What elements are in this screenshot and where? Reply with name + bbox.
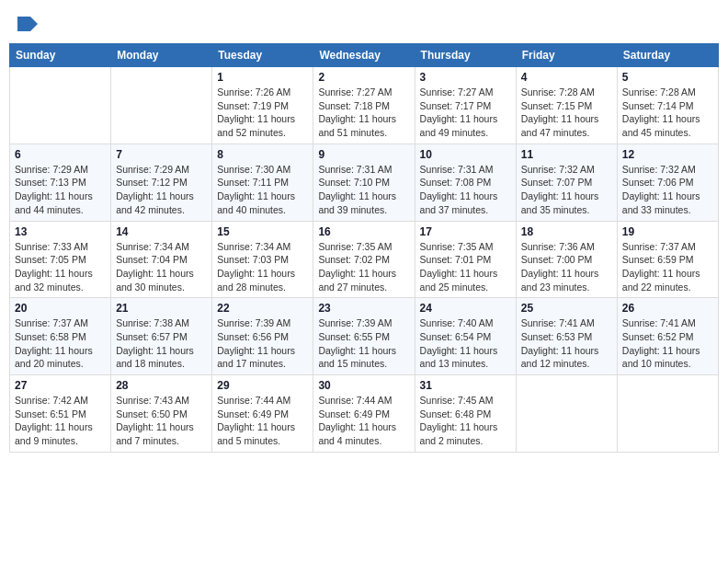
day-cell: 29Sunrise: 7:44 AMSunset: 6:49 PMDayligh… [212,375,313,453]
week-row-3: 13Sunrise: 7:33 AMSunset: 7:05 PMDayligh… [10,221,719,298]
day-number: 8 [217,148,308,161]
col-header-thursday: Thursday [415,44,516,67]
day-info: Sunrise: 7:42 AMSunset: 6:51 PMDaylight:… [15,394,106,448]
day-info: Sunrise: 7:39 AMSunset: 6:55 PMDaylight:… [318,316,409,371]
calendar-table: SundayMondayTuesdayWednesdayThursdayFrid… [9,43,719,453]
day-number: 29 [217,379,308,392]
day-cell: 20Sunrise: 7:37 AMSunset: 6:58 PMDayligh… [10,298,111,375]
day-info: Sunrise: 7:32 AMSunset: 7:06 PMDaylight:… [622,163,713,217]
day-cell: 13Sunrise: 7:33 AMSunset: 7:05 PMDayligh… [10,221,111,298]
day-number: 7 [116,148,207,161]
day-cell: 16Sunrise: 7:35 AMSunset: 7:02 PMDayligh… [313,221,415,298]
day-cell: 19Sunrise: 7:37 AMSunset: 6:59 PMDayligh… [617,221,718,298]
day-cell: 6Sunrise: 7:29 AMSunset: 7:13 PMDaylight… [10,144,111,221]
day-number: 18 [521,225,612,238]
day-number: 30 [318,379,409,392]
day-cell: 15Sunrise: 7:34 AMSunset: 7:03 PMDayligh… [212,221,313,298]
day-info: Sunrise: 7:30 AMSunset: 7:11 PMDaylight:… [217,163,308,217]
day-cell: 23Sunrise: 7:39 AMSunset: 6:55 PMDayligh… [313,298,415,375]
svg-marker-0 [17,17,38,31]
day-info: Sunrise: 7:29 AMSunset: 7:13 PMDaylight:… [15,163,106,217]
day-info: Sunrise: 7:40 AMSunset: 6:54 PMDaylight:… [420,316,511,371]
day-number: 2 [318,71,409,84]
day-cell: 9Sunrise: 7:31 AMSunset: 7:10 PMDaylight… [313,144,415,221]
day-cell: 22Sunrise: 7:39 AMSunset: 6:56 PMDayligh… [212,298,313,375]
day-number: 19 [622,225,713,238]
day-cell [516,375,617,453]
week-row-5: 27Sunrise: 7:42 AMSunset: 6:51 PMDayligh… [10,375,719,453]
day-info: Sunrise: 7:44 AMSunset: 6:49 PMDaylight:… [217,394,308,448]
day-number: 16 [318,225,409,238]
day-cell: 10Sunrise: 7:31 AMSunset: 7:08 PMDayligh… [415,144,516,221]
day-info: Sunrise: 7:27 AMSunset: 7:17 PMDaylight:… [420,86,511,140]
day-cell: 12Sunrise: 7:32 AMSunset: 7:06 PMDayligh… [617,144,718,221]
col-header-monday: Monday [111,44,212,67]
day-cell: 1Sunrise: 7:26 AMSunset: 7:19 PMDaylight… [212,67,313,144]
day-number: 24 [420,302,511,315]
day-info: Sunrise: 7:36 AMSunset: 7:00 PMDaylight:… [521,240,612,294]
day-info: Sunrise: 7:31 AMSunset: 7:08 PMDaylight:… [420,163,511,217]
day-cell: 17Sunrise: 7:35 AMSunset: 7:01 PMDayligh… [415,221,516,298]
day-number: 17 [420,225,511,238]
day-cell: 26Sunrise: 7:41 AMSunset: 6:52 PMDayligh… [617,298,718,375]
week-row-2: 6Sunrise: 7:29 AMSunset: 7:13 PMDaylight… [10,144,719,221]
day-number: 31 [420,379,511,392]
day-info: Sunrise: 7:34 AMSunset: 7:03 PMDaylight:… [217,240,308,294]
day-info: Sunrise: 7:37 AMSunset: 6:59 PMDaylight:… [622,240,713,294]
day-number: 25 [521,302,612,315]
day-cell: 8Sunrise: 7:30 AMSunset: 7:11 PMDaylight… [212,144,313,221]
logo [17,13,38,32]
day-cell: 30Sunrise: 7:44 AMSunset: 6:49 PMDayligh… [313,375,415,453]
day-cell: 14Sunrise: 7:34 AMSunset: 7:04 PMDayligh… [111,221,212,298]
day-cell: 21Sunrise: 7:38 AMSunset: 6:57 PMDayligh… [111,298,212,375]
day-cell: 27Sunrise: 7:42 AMSunset: 6:51 PMDayligh… [10,375,111,453]
day-info: Sunrise: 7:43 AMSunset: 6:50 PMDaylight:… [116,394,207,448]
day-info: Sunrise: 7:41 AMSunset: 6:52 PMDaylight:… [622,316,713,371]
day-number: 4 [521,71,612,84]
day-cell [10,67,111,144]
day-info: Sunrise: 7:41 AMSunset: 6:53 PMDaylight:… [521,316,612,371]
day-cell: 2Sunrise: 7:27 AMSunset: 7:18 PMDaylight… [313,67,415,144]
day-number: 13 [15,225,106,238]
col-header-wednesday: Wednesday [313,44,415,67]
week-row-4: 20Sunrise: 7:37 AMSunset: 6:58 PMDayligh… [10,298,719,375]
day-info: Sunrise: 7:32 AMSunset: 7:07 PMDaylight:… [521,163,612,217]
day-cell: 11Sunrise: 7:32 AMSunset: 7:07 PMDayligh… [516,144,617,221]
logo-icon [17,17,38,31]
day-number: 6 [15,148,106,161]
day-info: Sunrise: 7:27 AMSunset: 7:18 PMDaylight:… [318,86,409,140]
day-number: 9 [318,148,409,161]
day-info: Sunrise: 7:31 AMSunset: 7:10 PMDaylight:… [318,163,409,217]
day-number: 27 [15,379,106,392]
day-info: Sunrise: 7:35 AMSunset: 7:01 PMDaylight:… [420,240,511,294]
day-info: Sunrise: 7:35 AMSunset: 7:02 PMDaylight:… [318,240,409,294]
day-info: Sunrise: 7:28 AMSunset: 7:14 PMDaylight:… [622,86,713,140]
col-header-tuesday: Tuesday [212,44,313,67]
day-cell: 5Sunrise: 7:28 AMSunset: 7:14 PMDaylight… [617,67,718,144]
day-number: 22 [217,302,308,315]
day-cell: 4Sunrise: 7:28 AMSunset: 7:15 PMDaylight… [516,67,617,144]
day-number: 14 [116,225,207,238]
day-number: 1 [217,71,308,84]
day-info: Sunrise: 7:29 AMSunset: 7:12 PMDaylight:… [116,163,207,217]
day-number: 10 [420,148,511,161]
day-info: Sunrise: 7:45 AMSunset: 6:48 PMDaylight:… [420,394,511,448]
day-number: 11 [521,148,612,161]
page-header [9,9,719,36]
day-info: Sunrise: 7:44 AMSunset: 6:49 PMDaylight:… [318,394,409,448]
day-number: 28 [116,379,207,392]
day-cell: 7Sunrise: 7:29 AMSunset: 7:12 PMDaylight… [111,144,212,221]
col-header-saturday: Saturday [617,44,718,67]
day-info: Sunrise: 7:39 AMSunset: 6:56 PMDaylight:… [217,316,308,371]
day-number: 5 [622,71,713,84]
day-number: 12 [622,148,713,161]
day-cell: 24Sunrise: 7:40 AMSunset: 6:54 PMDayligh… [415,298,516,375]
day-info: Sunrise: 7:38 AMSunset: 6:57 PMDaylight:… [116,316,207,371]
week-row-1: 1Sunrise: 7:26 AMSunset: 7:19 PMDaylight… [10,67,719,144]
day-number: 26 [622,302,713,315]
day-number: 21 [116,302,207,315]
col-header-friday: Friday [516,44,617,67]
header-row: SundayMondayTuesdayWednesdayThursdayFrid… [10,44,719,67]
day-cell: 31Sunrise: 7:45 AMSunset: 6:48 PMDayligh… [415,375,516,453]
day-cell: 3Sunrise: 7:27 AMSunset: 7:17 PMDaylight… [415,67,516,144]
